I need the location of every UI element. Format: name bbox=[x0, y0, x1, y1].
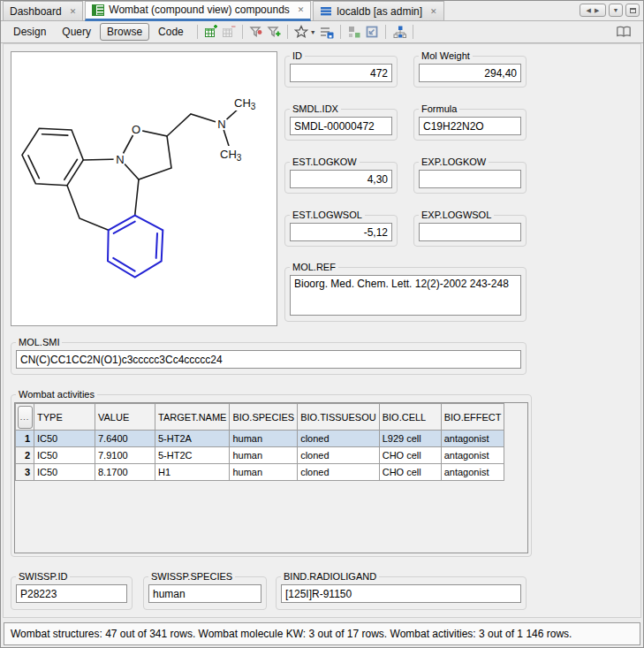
table-cell[interactable]: antagonist bbox=[441, 464, 504, 481]
field-group-exp-logwsol: EXP.LOGWSOL bbox=[413, 215, 527, 247]
tab-localdb[interactable]: localdb [as admin] ✕ bbox=[313, 1, 443, 20]
bind-radioligand-field[interactable] bbox=[281, 584, 521, 603]
column-header-value[interactable]: VALUE bbox=[95, 404, 155, 431]
activities-scrollpane[interactable]: ... TYPE VALUE TARGET.NAME BIO.SPECIES B… bbox=[14, 402, 528, 553]
smdl-idx-field[interactable] bbox=[290, 117, 392, 135]
table-cell[interactable]: IC50 bbox=[34, 464, 95, 481]
mol-smi-field[interactable] bbox=[16, 350, 521, 369]
table-cell[interactable]: H1 bbox=[155, 464, 230, 481]
save-grid-icon[interactable] bbox=[319, 24, 335, 40]
tab-list-dropdown-button[interactable]: ▼ bbox=[609, 4, 623, 17]
close-icon[interactable]: ✕ bbox=[70, 7, 77, 16]
exp-logkow-field[interactable] bbox=[419, 170, 521, 188]
remove-grid-icon[interactable] bbox=[221, 24, 237, 40]
exp-logwsol-field[interactable] bbox=[419, 223, 521, 241]
table-cell[interactable]: CHO cell bbox=[379, 447, 441, 464]
table-cell[interactable]: IC50 bbox=[34, 431, 95, 447]
column-options-button[interactable]: ... bbox=[18, 406, 33, 429]
mol-ref-field[interactable]: Bioorg. Med. Chem. Lett. 12(2)-2002 243-… bbox=[290, 275, 521, 316]
swissp-id-field[interactable] bbox=[16, 584, 127, 603]
book-icon[interactable] bbox=[616, 24, 632, 40]
column-header-bio-cell[interactable]: BIO.CELL bbox=[379, 404, 441, 431]
scroll-right-icon[interactable]: ▶ bbox=[595, 7, 599, 14]
tab-label: Wombat (compound view) compounds bbox=[109, 4, 290, 16]
est-logkow-field[interactable] bbox=[290, 170, 392, 188]
table-cell[interactable]: 5-HT2C bbox=[155, 447, 230, 464]
molecule-structure-viewer[interactable]: N O N CH3 CH3 bbox=[11, 51, 277, 326]
table-cell[interactable]: human bbox=[230, 447, 298, 464]
est-logwsol-field[interactable] bbox=[290, 223, 392, 241]
formula-field[interactable] bbox=[419, 117, 521, 135]
add-grid-icon[interactable] bbox=[203, 24, 219, 40]
code-mode-button[interactable]: Code bbox=[151, 23, 191, 41]
tab-bar: Dashboard ✕ Wombat (compound view) compo… bbox=[1, 1, 643, 21]
table-cell[interactable]: cloned bbox=[298, 431, 380, 447]
tab-dashboard[interactable]: Dashboard ✕ bbox=[3, 1, 83, 20]
fit-selection-icon[interactable] bbox=[364, 24, 380, 40]
mol-weight-field[interactable] bbox=[419, 64, 521, 82]
filter-clear-icon[interactable] bbox=[248, 24, 264, 40]
tab-label: localdb [as admin] bbox=[337, 5, 422, 18]
row-number[interactable]: 3 bbox=[16, 464, 34, 481]
status-bar: Wombat structures: 47 out of 341 rows. W… bbox=[4, 622, 640, 645]
hierarchy-icon[interactable] bbox=[391, 24, 407, 40]
table-cell[interactable]: IC50 bbox=[34, 447, 95, 464]
field-label: Formula bbox=[419, 103, 459, 116]
table-cell[interactable]: L929 cell bbox=[379, 431, 441, 447]
tab-wombat-compounds[interactable]: Wombat (compound view) compounds ✕ bbox=[85, 1, 311, 21]
atom-label-amine-n: N bbox=[217, 118, 225, 131]
design-mode-button[interactable]: Design bbox=[6, 23, 53, 41]
filter-add-icon[interactable] bbox=[266, 24, 282, 40]
status-text: Wombat structures: 47 out of 341 rows. W… bbox=[11, 628, 572, 640]
column-header-bio-effect[interactable]: BIO.EFFECT bbox=[441, 404, 504, 431]
row-number[interactable]: 2 bbox=[16, 447, 34, 464]
column-header-bio-tissuesource[interactable]: BIO.TISSUESOU bbox=[298, 404, 380, 431]
column-header-target-name[interactable]: TARGET.NAME bbox=[155, 404, 230, 431]
table-cell[interactable]: human bbox=[230, 464, 298, 481]
table-row[interactable]: 2IC507.91005-HT2ChumanclonedCHO cellanta… bbox=[16, 447, 504, 464]
table-cell[interactable]: 7.6400 bbox=[95, 431, 155, 447]
field-label: EST.LOGKOW bbox=[290, 156, 360, 169]
table-cell[interactable]: 5-HT2A bbox=[155, 431, 230, 447]
toolbar: Design Query Browse Code bbox=[1, 21, 643, 43]
table-cell[interactable]: 7.9100 bbox=[95, 447, 155, 464]
scroll-left-icon[interactable]: ◀ bbox=[587, 7, 591, 14]
id-field[interactable] bbox=[290, 64, 392, 82]
table-cell[interactable]: 8.1700 bbox=[95, 464, 155, 481]
tab-label: Dashboard bbox=[10, 5, 62, 18]
table-cell[interactable]: human bbox=[230, 431, 298, 447]
table-cell[interactable]: antagonist bbox=[441, 447, 504, 464]
query-mode-button[interactable]: Query bbox=[55, 23, 98, 41]
table-cell[interactable]: cloned bbox=[298, 464, 380, 481]
table-row[interactable]: 3IC508.1700H1humanclonedCHO cellantagoni… bbox=[16, 464, 504, 481]
favorites-star-icon[interactable] bbox=[293, 24, 309, 40]
table-corner-cell: ... bbox=[16, 404, 34, 431]
toolbar-separator bbox=[242, 25, 243, 39]
close-icon[interactable]: ✕ bbox=[430, 7, 437, 16]
tab-scroll-buttons[interactable]: ◀ ▶ bbox=[580, 4, 606, 17]
browse-mode-button[interactable]: Browse bbox=[100, 23, 149, 41]
form-view: N O N CH3 CH3 ID Mol Weight SMDL.IDX For… bbox=[3, 43, 641, 618]
field-group-mol-smi: MOL.SMI bbox=[11, 342, 527, 375]
close-icon[interactable]: ✕ bbox=[298, 5, 305, 14]
column-header-type[interactable]: TYPE bbox=[34, 404, 95, 431]
row-number[interactable]: 1 bbox=[16, 431, 34, 447]
database-icon bbox=[320, 5, 332, 17]
highlighted-ring bbox=[108, 216, 163, 278]
chevron-down-icon[interactable]: ▼ bbox=[310, 29, 316, 35]
field-label: EXP.LOGKOW bbox=[419, 156, 489, 169]
application-window: Dashboard ✕ Wombat (compound view) compo… bbox=[0, 0, 644, 648]
widgets-icon[interactable] bbox=[346, 24, 362, 40]
table-cell[interactable]: cloned bbox=[298, 447, 380, 464]
table-cell[interactable]: CHO cell bbox=[379, 464, 441, 481]
activities-group-label: Wombat activities bbox=[16, 388, 97, 401]
table-row[interactable]: 1IC507.64005-HT2AhumanclonedL929 cellant… bbox=[16, 431, 504, 447]
field-label: SWISSP.SPECIES bbox=[148, 570, 235, 583]
table-cell[interactable]: antagonist bbox=[441, 431, 504, 447]
column-header-bio-species[interactable]: BIO.SPECIES bbox=[230, 404, 298, 431]
atom-label-o: O bbox=[132, 123, 140, 136]
swissp-species-field[interactable] bbox=[148, 584, 261, 603]
maximize-button[interactable] bbox=[625, 4, 640, 17]
field-group-est-logwsol: EST.LOGWSOL bbox=[284, 215, 398, 247]
atom-label-n: N bbox=[116, 153, 124, 166]
